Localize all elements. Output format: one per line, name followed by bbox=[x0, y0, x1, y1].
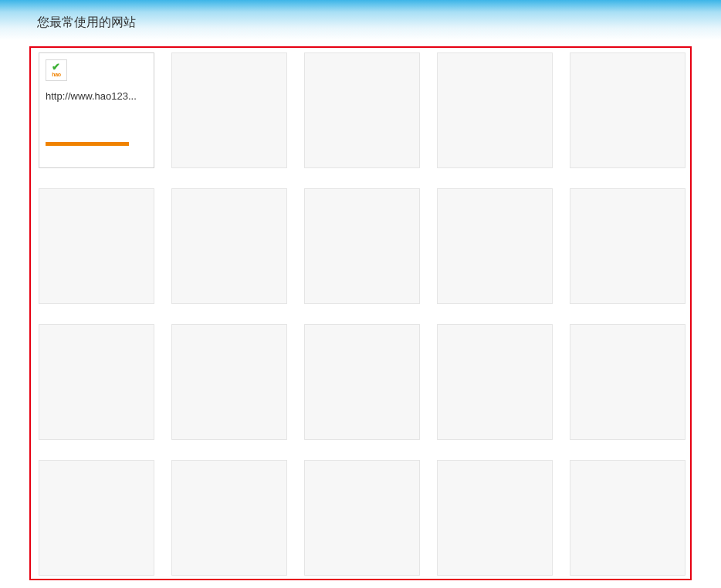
tiles-grid: ✔ hao http://www.hao123... bbox=[39, 52, 682, 576]
header-bar: 您最常使用的网站 bbox=[0, 0, 721, 40]
empty-tile[interactable] bbox=[570, 324, 685, 440]
empty-tile[interactable] bbox=[39, 460, 154, 576]
empty-tile[interactable] bbox=[304, 52, 420, 168]
empty-tile[interactable] bbox=[437, 52, 553, 168]
empty-tile[interactable] bbox=[171, 460, 287, 576]
empty-tile[interactable] bbox=[570, 188, 685, 304]
empty-tile[interactable] bbox=[39, 188, 154, 304]
empty-tile[interactable] bbox=[570, 460, 685, 576]
page-title: 您最常使用的网站 bbox=[37, 10, 136, 31]
empty-tile[interactable] bbox=[570, 52, 685, 168]
empty-tile[interactable] bbox=[437, 324, 553, 440]
favicon-box: ✔ hao bbox=[46, 59, 67, 81]
tile-accent-bar bbox=[46, 142, 129, 146]
empty-tile[interactable] bbox=[171, 52, 287, 168]
checkmark-icon: ✔ bbox=[52, 63, 60, 71]
empty-tile[interactable] bbox=[437, 188, 553, 304]
empty-tile[interactable] bbox=[304, 460, 420, 576]
empty-tile[interactable] bbox=[171, 324, 287, 440]
empty-tile[interactable] bbox=[171, 188, 287, 304]
empty-tile[interactable] bbox=[437, 460, 553, 576]
site-tile-hao123[interactable]: ✔ hao http://www.hao123... bbox=[39, 52, 154, 168]
empty-tile[interactable] bbox=[39, 324, 154, 440]
hao123-favicon-icon: ✔ hao bbox=[52, 63, 61, 76]
tile-url-text: http://www.hao123... bbox=[46, 90, 147, 102]
tiles-container: ✔ hao http://www.hao123... bbox=[29, 46, 692, 580]
empty-tile[interactable] bbox=[304, 324, 420, 440]
empty-tile[interactable] bbox=[304, 188, 420, 304]
